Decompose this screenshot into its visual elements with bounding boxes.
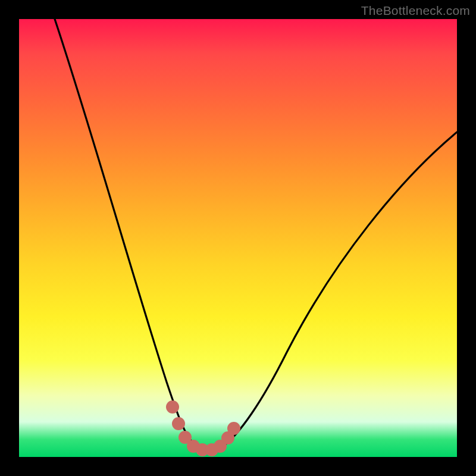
svg-point-8	[227, 422, 240, 435]
bottleneck-curve	[55, 19, 457, 450]
svg-point-1	[172, 417, 185, 430]
curve-svg	[19, 19, 457, 457]
svg-point-0	[166, 400, 179, 414]
plot-area	[19, 19, 457, 457]
outer-frame: TheBottleneck.com	[0, 0, 476, 476]
watermark-text: TheBottleneck.com	[361, 4, 470, 18]
highlight-dots	[166, 400, 240, 456]
